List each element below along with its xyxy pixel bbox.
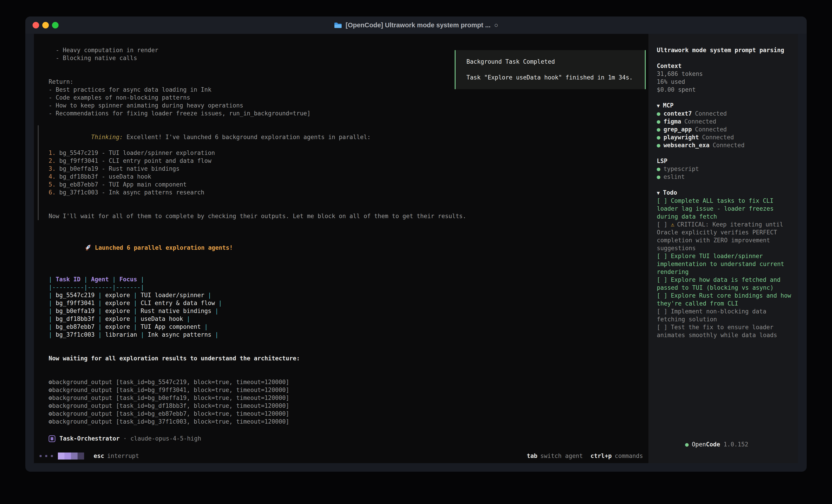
- status-dot-icon: ●: [685, 441, 688, 448]
- thinking-list-item: 5. bg_eb87ebb7 - TUI App main component: [49, 180, 646, 189]
- thinking-intro-line: Thinking: Excellent! I've launched 6 bac…: [49, 125, 646, 149]
- mcp-name: figma: [664, 118, 681, 125]
- pipe: |: [218, 300, 222, 306]
- pipe: |: [140, 276, 144, 283]
- table-cell: explore: [102, 324, 134, 330]
- checkbox-icon: [ ]: [657, 292, 668, 299]
- checkbox-icon: [ ]: [657, 308, 668, 315]
- pipe: |: [98, 331, 102, 338]
- list-number: 5.: [49, 181, 56, 188]
- tool-call-text: background_output [task_id=bg_eb87ebb7, …: [52, 410, 289, 417]
- table-header-cell: Agent: [87, 276, 112, 283]
- todo-item: [ ]Explore how data is fetched and passe…: [657, 276, 791, 292]
- window-title-text: [OpenCode] Ultrawork mode system prompt …: [346, 22, 491, 29]
- list-text: bg_f9ff3041 - CLI entry point and data f…: [56, 158, 211, 164]
- table-cell: explore: [102, 315, 134, 322]
- pipe: |: [49, 292, 52, 299]
- ctrlp-key-hint: ctrl+p: [591, 452, 612, 460]
- app-version-footer: ●OpenCode1.0.152: [657, 432, 791, 456]
- loading-spinner-blocks: [58, 452, 84, 459]
- todo-text: Explore how data is fetched and passed t…: [657, 276, 784, 291]
- window-title: [OpenCode] Ultrawork mode system prompt …: [25, 17, 807, 34]
- gear-icon: ⚙: [49, 379, 52, 386]
- pipe: |: [98, 292, 102, 299]
- pipe: |: [98, 315, 102, 322]
- tab-key-label: switch agent: [540, 452, 583, 460]
- todo-text: Implement non-blocking data fetching sol…: [657, 308, 770, 323]
- context-heading: Context: [657, 62, 791, 70]
- mcp-name: websearch_exa: [664, 142, 710, 148]
- list-text: bg_df18bb3f - useData hook: [56, 173, 151, 180]
- mcp-section-header[interactable]: ▼MCP: [657, 102, 791, 110]
- todo-item: [ ]Explore Rust core bindings and how th…: [657, 292, 791, 308]
- agent-separator: ·: [123, 435, 127, 443]
- esc-key-label: interrupt: [107, 452, 139, 460]
- tool-call-text: background_output [task_id=bg_df18bb3f, …: [52, 402, 289, 409]
- thinking-intro: Excellent! I've launched 6 background ex…: [123, 134, 371, 140]
- agent-model: claude-opus-4-5-high: [130, 435, 201, 443]
- todo-item: [ ]Test the fix to ensure loader animate…: [657, 324, 791, 339]
- context-tokens: 31,686 tokens: [657, 70, 791, 78]
- mcp-status: Connected: [695, 126, 727, 133]
- status-dot-icon: ●: [657, 118, 660, 125]
- todo-section-header[interactable]: ▼Todo: [657, 189, 791, 197]
- session-sidebar: Ultrawork mode system prompt parsing Con…: [648, 34, 798, 463]
- status-dot-icon: ●: [657, 142, 660, 148]
- tool-call-text: background_output [task_id=bg_b0effa19, …: [52, 394, 289, 401]
- app-version: 1.0.152: [724, 441, 748, 448]
- todo-text: Complete ALL tasks to fix CLI loader lag…: [657, 197, 777, 220]
- background-task-toast: Background Task Completed Task "Explore …: [454, 50, 646, 89]
- folder-icon: [334, 22, 342, 29]
- checkbox-icon: [ ]: [657, 253, 668, 259]
- gear-icon: ⚙: [49, 387, 52, 393]
- table-header-cell: Focus: [116, 276, 140, 283]
- status-dot-icon: ●: [657, 110, 660, 117]
- pipe: |: [84, 276, 88, 283]
- output-line: - How to keep spinner animating during h…: [49, 102, 646, 110]
- pipe: |: [49, 315, 52, 322]
- tool-call-line: ⚙background_output [task_id=bg_b0effa19,…: [49, 394, 646, 402]
- table-header-cell: Task ID: [52, 276, 84, 283]
- list-text: bg_37f1c003 - Ink async patterns researc…: [56, 189, 204, 196]
- terminal-scrollback[interactable]: - Heavy computation in render - Blocking…: [34, 34, 648, 449]
- mcp-name: grep_app: [664, 126, 692, 133]
- list-number: 2.: [49, 158, 56, 164]
- app-name-bold: Code: [706, 441, 720, 448]
- pipe: |: [49, 300, 52, 306]
- pipe: |: [134, 315, 137, 322]
- list-number: 3.: [49, 165, 56, 172]
- gear-icon: ⚙: [49, 418, 52, 425]
- table-cell: bg_37f1c003: [52, 331, 98, 338]
- table-cell: bg_f9ff3041: [52, 300, 98, 306]
- orchestrator-icon: [49, 436, 55, 442]
- list-text: bg_5547c219 - TUI loader/spinner explora…: [56, 149, 215, 156]
- mcp-name: playwright: [664, 134, 699, 141]
- agent-name: Task-Orchestrator: [59, 435, 120, 443]
- tool-call-text: background_output [task_id=bg_5547c219, …: [52, 379, 289, 386]
- tool-call-line: ⚙background_output [task_id=bg_df18bb3f,…: [49, 402, 646, 410]
- title-bar[interactable]: [OpenCode] Ultrawork mode system prompt …: [25, 17, 807, 34]
- table-cell: TUI loader/spinner: [137, 292, 208, 299]
- window-title-suffix: ○: [494, 22, 498, 29]
- pipe: |: [49, 324, 52, 330]
- checkbox-icon: [ ]: [657, 276, 668, 283]
- todo-item: [ ]Complete ALL tasks to fix CLI loader …: [657, 197, 791, 221]
- list-number: 1.: [49, 149, 56, 156]
- checkbox-icon: [ ]: [657, 197, 668, 204]
- table-cell: bg_5547c219: [52, 292, 98, 299]
- table-row: |bg_eb87ebb7|explore|TUI App component|: [49, 323, 646, 331]
- table-cell: explore: [102, 308, 134, 314]
- tool-call-line: ⚙background_output [task_id=bg_f9ff3041,…: [49, 386, 646, 394]
- checkbox-icon: [ ]: [657, 221, 668, 228]
- loading-spinner-dots: [40, 455, 53, 457]
- tool-call-line: ⚙background_output [task_id=bg_37f1c003,…: [49, 418, 646, 426]
- pipe: |: [98, 324, 102, 330]
- mcp-item: ●playwrightConnected: [657, 134, 791, 141]
- pipe: |: [215, 331, 218, 338]
- agent-header: Task-Orchestrator · claude-opus-4-5-high: [49, 435, 646, 443]
- pipe: |: [49, 308, 52, 314]
- gear-icon: ⚙: [49, 402, 52, 409]
- status-bar: esc interrupt tab switch agent ctrl+p co…: [34, 449, 648, 463]
- lsp-item: ●eslint: [657, 173, 791, 181]
- tool-call-text: background_output [task_id=bg_37f1c003, …: [52, 418, 289, 425]
